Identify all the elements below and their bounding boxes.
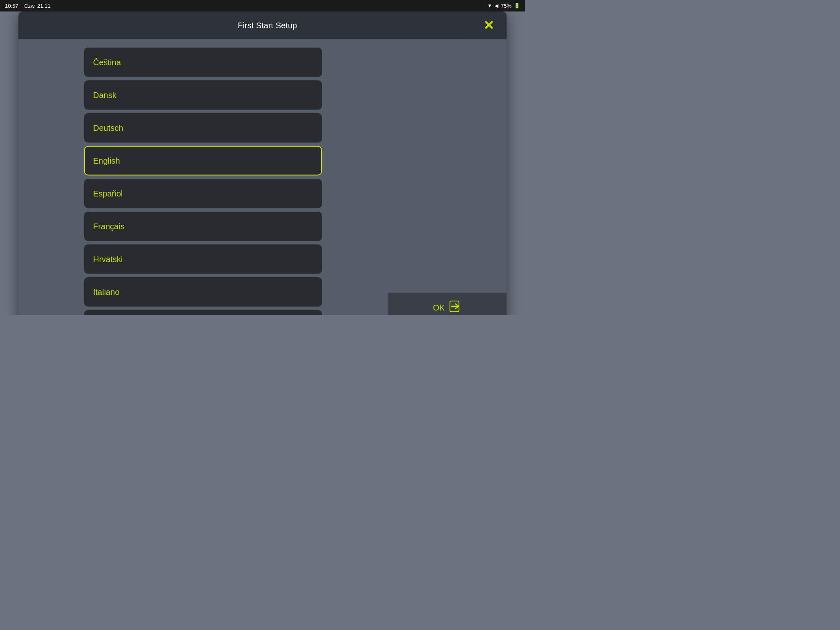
language-label-english: English bbox=[93, 156, 120, 165]
language-label-hrvatski: Hrvatski bbox=[93, 254, 123, 264]
dialog-body: ČeštinaDanskDeutschEnglishEspañolFrançai… bbox=[18, 39, 507, 315]
language-item-italiano[interactable]: Italiano bbox=[84, 277, 322, 307]
first-start-dialog: First Start Setup ✕ ČeštinaDanskDeutschE… bbox=[18, 11, 507, 315]
close-button[interactable]: ✕ bbox=[470, 11, 507, 39]
ok-label: OK bbox=[433, 303, 445, 312]
language-label-italiano: Italiano bbox=[93, 287, 120, 297]
signal-icon: ◀ bbox=[495, 3, 498, 9]
language-label-cestina: Čeština bbox=[93, 57, 121, 67]
battery-icon: 🔋 bbox=[514, 3, 520, 9]
language-label-espanol: Español bbox=[93, 189, 123, 198]
language-list-area: ČeštinaDanskDeutschEnglishEspañolFrançai… bbox=[18, 39, 388, 315]
right-panel: OK bbox=[388, 39, 507, 315]
language-item-francais[interactable]: Français bbox=[84, 212, 322, 241]
dialog-header: First Start Setup ✕ bbox=[18, 11, 507, 39]
status-time: 10:57 bbox=[5, 3, 18, 9]
language-item-english[interactable]: English bbox=[84, 146, 322, 176]
language-label-deutsch: Deutsch bbox=[93, 123, 123, 132]
language-item-cestina[interactable]: Čeština bbox=[84, 48, 322, 77]
close-icon: ✕ bbox=[483, 19, 494, 32]
status-bar: 10:57 Czw. 21.11 ▼ ◀ 75% 🔋 bbox=[0, 0, 525, 11]
language-item-hrvatski[interactable]: Hrvatski bbox=[84, 244, 322, 274]
status-date: Czw. 21.11 bbox=[24, 3, 50, 9]
language-item-deutsch[interactable]: Deutsch bbox=[84, 113, 322, 143]
status-time-date: 10:57 Czw. 21.11 bbox=[5, 3, 50, 9]
language-list: ČeštinaDanskDeutschEnglishEspañolFrançai… bbox=[84, 46, 322, 315]
ok-button[interactable]: OK bbox=[388, 293, 507, 315]
language-item-dansk[interactable]: Dansk bbox=[84, 80, 322, 110]
status-icons: ▼ ◀ 75% 🔋 bbox=[487, 3, 520, 9]
language-label-dansk: Dansk bbox=[93, 90, 116, 100]
battery-percent: 75% bbox=[501, 3, 511, 9]
language-item-magyar[interactable]: Magyar bbox=[84, 310, 322, 315]
language-label-francais: Français bbox=[93, 221, 125, 231]
dialog-title: First Start Setup bbox=[64, 21, 470, 30]
language-item-espanol[interactable]: Español bbox=[84, 179, 322, 208]
wifi-icon: ▼ bbox=[487, 3, 492, 9]
ok-arrow-icon bbox=[450, 300, 461, 315]
